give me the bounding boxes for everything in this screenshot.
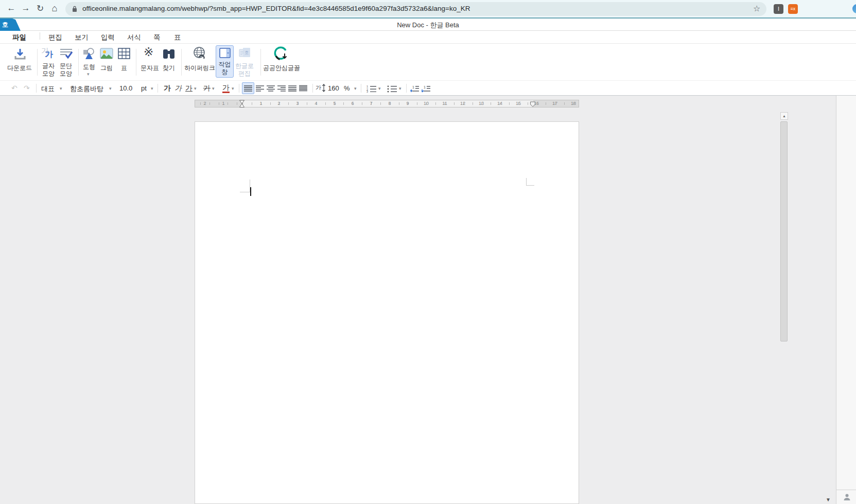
hyperlink-button[interactable]: 하이퍼링크 <box>184 45 214 77</box>
undo-icon[interactable]: ↶ <box>11 84 18 92</box>
document-title: New Doc - 한글 Beta <box>0 21 856 30</box>
font-size-input[interactable]: 10.0 <box>119 84 132 92</box>
browser-reload-icon[interactable]: ↻ <box>34 3 46 14</box>
edit-in-hangul-button[interactable]: 호 한글로 편집 <box>235 45 254 78</box>
scroll-up-button[interactable]: ▲ <box>780 112 788 120</box>
profile-icon[interactable] <box>852 4 856 13</box>
chevron-down-icon[interactable]: ▾ <box>109 86 112 91</box>
hyperlink-globe-icon <box>193 46 206 60</box>
chevron-down-icon[interactable]: ▾ <box>354 86 357 91</box>
font-name-select[interactable]: 함초롬바탕 <box>70 84 103 94</box>
extension-icon[interactable]: I <box>774 4 783 14</box>
italic-button[interactable]: 가 <box>174 84 182 93</box>
chevron-down-icon[interactable]: ▾ <box>232 86 234 91</box>
para-shape-button[interactable]: 문단 모양 <box>58 45 74 78</box>
char-shape-button[interactable]: 가 가 글자 모양 <box>40 45 57 78</box>
style-preset-select[interactable]: 대표 <box>41 84 55 94</box>
task-pane-footer <box>836 490 856 504</box>
charmap-icon: ※ <box>144 45 153 59</box>
line-spacing-unit[interactable]: % <box>344 84 350 92</box>
toolbar-separator <box>260 49 261 76</box>
public-font-button[interactable]: 공공안심글꼴 <box>264 45 300 77</box>
table-icon <box>118 48 130 59</box>
right-indent-marker[interactable] <box>530 100 536 107</box>
scrollbar-thumb[interactable] <box>780 121 788 341</box>
shapes-button[interactable]: 도형 ▾ <box>81 45 97 78</box>
picture-icon <box>100 48 113 59</box>
menu-table[interactable]: 표 <box>174 33 181 42</box>
toolbar-separator <box>78 49 79 76</box>
charmap-button[interactable]: ※ 문자표 <box>140 45 160 77</box>
size-unit-select[interactable]: pt <box>141 84 147 92</box>
extension-icon[interactable]: ≡x <box>788 4 798 14</box>
download-button[interactable]: 다운로드 <box>6 45 33 77</box>
margin-corner-mark <box>240 192 250 192</box>
chevron-down-icon[interactable]: ▾ <box>60 86 62 91</box>
picture-button[interactable]: 그림 <box>99 45 114 77</box>
margin-corner-mark <box>526 185 534 186</box>
menu-edit[interactable]: 편집 <box>48 33 62 42</box>
chevron-down-icon[interactable]: ▾ <box>378 86 381 91</box>
download-icon <box>13 47 27 61</box>
table-button[interactable]: 표 <box>117 45 131 77</box>
font-color-button[interactable]: 가 <box>222 84 230 93</box>
document-page[interactable] <box>195 121 579 504</box>
chevron-down-icon[interactable]: ▾ <box>212 86 215 91</box>
find-button[interactable]: 찾기 <box>162 45 176 77</box>
formatbar-separator <box>239 84 239 93</box>
browser-back-icon[interactable]: ← <box>5 3 18 13</box>
left-indent-marker[interactable] <box>239 100 245 108</box>
formatbar-separator <box>312 84 313 93</box>
line-spacing-icon: 가 <box>316 84 321 92</box>
para-shape-icon <box>59 47 73 60</box>
menu-view[interactable]: 보기 <box>75 33 89 42</box>
formatbar-separator <box>36 84 37 93</box>
taskpane-icon <box>219 48 231 58</box>
chevron-down-icon: ▾ <box>87 71 90 77</box>
user-presence-icon[interactable] <box>843 493 851 501</box>
bullet-list-button[interactable] <box>387 85 397 93</box>
line-spacing-button[interactable]: 가 <box>316 83 326 94</box>
align-left-button[interactable] <box>255 85 265 92</box>
align-right-button[interactable] <box>277 85 286 92</box>
chevron-down-icon[interactable]: ▾ <box>399 86 401 91</box>
bookmark-star-icon[interactable]: ☆ <box>753 4 760 13</box>
align-divide-button[interactable] <box>299 85 308 92</box>
toolbar-separator <box>37 49 38 76</box>
browser-forward-icon[interactable]: → <box>20 3 32 13</box>
align-justify-button[interactable] <box>243 85 253 92</box>
align-distribute-button[interactable] <box>288 85 297 92</box>
indent-decrease-button[interactable]: 1 <box>421 85 431 93</box>
indent-increase-button[interactable]: 1 <box>410 85 420 93</box>
browser-home-icon[interactable]: ⌂ <box>48 3 61 14</box>
taskpane-button[interactable]: 작업 창 <box>216 45 234 78</box>
chevron-down-icon[interactable]: ▾ <box>151 86 153 91</box>
https-lock-icon <box>72 6 77 12</box>
margin-corner-mark <box>526 178 527 186</box>
strikethrough-button[interactable]: 가 <box>203 84 211 93</box>
hwp-web-editor: ← → ↻ ⌂ officeonline.malangmalang.com/we… <box>0 0 856 504</box>
menu-format[interactable]: 서식 <box>127 33 141 42</box>
chevron-down-icon[interactable]: ▾ <box>194 86 197 91</box>
numbered-list-button[interactable]: 1 2 3 <box>366 85 377 93</box>
toolbar-separator <box>136 49 136 76</box>
text-cursor <box>250 187 251 196</box>
url-text[interactable]: officeonline.malangmalang.com/webhwp/?sm… <box>82 5 470 12</box>
bold-button[interactable]: 가 <box>164 84 171 93</box>
svg-text:3: 3 <box>366 90 368 93</box>
align-center-button[interactable] <box>266 85 275 92</box>
binoculars-icon <box>162 47 176 61</box>
redo-icon[interactable]: ↷ <box>24 84 30 92</box>
line-spacing-input[interactable]: 160 <box>328 84 339 92</box>
menu-file[interactable]: 파일 <box>12 33 26 42</box>
document-canvas: 2 1 1 2 3 4 5 6 7 8 9 10 11 12 13 14 15 … <box>0 96 836 504</box>
svg-text:호: 호 <box>244 50 249 55</box>
scroll-down-icon[interactable]: ▼ <box>826 497 831 502</box>
task-pane <box>836 96 856 504</box>
menu-page[interactable]: 쪽 <box>153 33 161 42</box>
underline-button[interactable]: 가 <box>185 84 193 93</box>
public-font-icon <box>274 46 288 61</box>
formatbar-separator <box>158 84 158 93</box>
formatbar-separator <box>361 84 361 93</box>
menu-input[interactable]: 입력 <box>101 33 115 42</box>
